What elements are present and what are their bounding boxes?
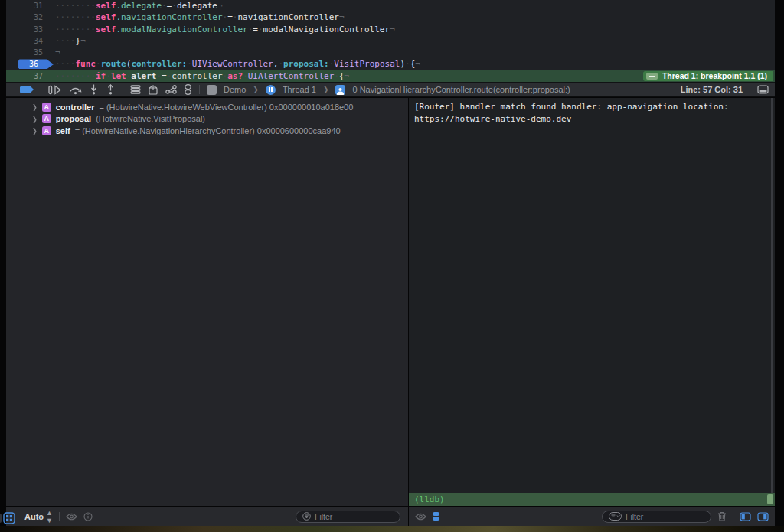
pause-continue-icon[interactable] [48,85,62,95]
disclosure-chevron-icon[interactable]: ❯ [32,126,38,135]
app-icon [207,85,217,95]
environment-overrides-icon[interactable] [165,85,177,94]
console-bottom-bar [409,507,775,526]
step-out-icon[interactable] [106,84,116,95]
variable-row[interactable]: ❯Aself= (HotwireNative.NavigationHierarc… [6,125,408,137]
code-lines: 31········self.delegate·=·delegate¬32···… [6,0,775,82]
console-line: [Router] handler match found handler: ap… [414,101,767,113]
apps-grid-icon[interactable] [3,512,15,524]
thread-breakpoint-badge[interactable]: Thread 1: breakpoint 1.1 (1) [643,71,773,81]
desktop-wallpaper-strip [0,526,784,532]
variables-filter-input[interactable] [315,512,384,521]
separator [750,85,750,94]
variable-name: controller [56,103,95,112]
separator [199,85,200,94]
memory-graph-icon[interactable] [148,85,158,95]
trash-icon[interactable] [717,511,727,521]
code-text[interactable]: ¬ [55,47,60,58]
console-output: [Router] handler match found handler: ap… [409,98,775,125]
variable-value: = (HotwireNative.HotwireWebViewControlle… [99,103,353,112]
code-line[interactable]: 35¬ [6,47,775,58]
variable-rows: ❯Acontroller= (HotwireNative.HotwireWebV… [6,101,408,137]
line-number-gutter[interactable]: 34 [6,35,46,47]
variable-row[interactable]: ❯Aproposal(HotwireNative.VisitProposal) [6,113,408,126]
line-number-gutter[interactable]: 37 [6,70,46,82]
chevron-right-icon: ❯ [253,86,259,93]
code-text[interactable]: ····}¬ [55,35,86,47]
disclosure-chevron-icon[interactable]: ❯ [32,115,38,123]
lldb-prompt-bar[interactable]: (lldb) [409,493,775,506]
variable-row[interactable]: ❯Acontroller= (HotwireNative.HotwireWebV… [6,101,408,113]
step-into-icon[interactable] [89,84,99,95]
code-line[interactable]: 32········self.navigationController·=·na… [6,11,775,23]
stack-frame-icon [335,85,345,95]
code-text[interactable]: ········self.navigationController·=·navi… [55,11,345,23]
step-over-icon[interactable] [69,85,82,95]
scope-popup[interactable]: Auto ▲▼ [24,509,53,524]
separator [733,512,733,521]
argument-badge: A [42,103,51,112]
code-text[interactable]: ········self.modalNavigationController·=… [55,24,395,35]
gauges-icon[interactable] [184,84,192,95]
console-scrollbar[interactable] [771,98,773,493]
hide-debug-area-icon[interactable] [757,85,769,94]
partial-icon [0,514,2,523]
scope-label: Auto [24,512,44,521]
line-number-gutter[interactable]: 32 [6,11,46,23]
separator [41,85,41,94]
chevron-right-icon: ❯ [323,86,329,93]
code-text[interactable]: ········if·let·alert·=·controller·as?·UI… [55,70,349,82]
console-filter-input[interactable] [626,512,694,521]
console-view[interactable]: [Router] handler match found handler: ap… [409,98,775,493]
code-line[interactable]: 33········self.modalNavigationController… [6,24,775,35]
thread-breakpoint-label: Thread 1: breakpoint 1.1 (1) [662,70,767,82]
quicklook-eye-icon[interactable] [66,513,77,521]
variable-value: (HotwireNative.VisitProposal) [96,114,205,123]
view-hierarchy-icon[interactable] [130,85,141,94]
separator [122,85,123,94]
code-line[interactable]: 36····func·route(controller:·UIViewContr… [6,58,775,70]
code-text[interactable]: ········self.delegate·=·delegate¬ [55,0,223,11]
thread-label[interactable]: Thread 1 [283,85,316,94]
code-line[interactable]: 37········if·let·alert·=·controller·as?·… [6,70,775,82]
argument-badge: A [42,114,51,123]
variables-bottom-bar: Auto ▲▼ [6,507,408,526]
quicklook-eye-icon[interactable] [415,513,426,521]
line-number-gutter[interactable]: 33 [6,24,46,35]
variable-name: proposal [56,114,91,123]
line-number-gutter[interactable]: 31 [6,0,46,11]
console-line: https://hotwire-native-demo.dev [414,113,767,126]
source-editor[interactable]: 31········self.delegate·=·delegate¬32···… [6,0,775,82]
breakpoint-badge[interactable]: 36 [18,59,54,69]
line-col-indicator: Line: 57 Col: 31 [681,85,743,94]
stack-frame-label[interactable]: 0 NavigationHierarchyController.route(co… [352,85,570,94]
filter-icon [302,512,311,521]
variables-view: ❯Acontroller= (HotwireNative.HotwireWebV… [6,98,408,506]
code-text[interactable]: ····func·route(controller:·UIViewControl… [55,58,420,70]
updown-chevrons-icon: ▲▼ [46,509,53,524]
filter-dropdown-icon [609,512,622,521]
debug-bar: Demo ❯ Thread 1 ❯ 0 NavigationHierarchyC… [6,82,775,97]
show-console-view-icon[interactable] [757,512,769,521]
lldb-scrollbar-thumb[interactable] [767,494,773,504]
separator [59,512,60,521]
line-number-gutter[interactable]: 35 [6,47,46,58]
variable-value: = (HotwireNative.NavigationHierarchyCont… [75,126,341,135]
variables-filter-field[interactable] [296,511,400,523]
thread-icon [266,85,276,95]
code-line[interactable]: 31········self.delegate·=·delegate¬ [6,0,775,11]
console-filter-field[interactable] [602,511,711,523]
process-label[interactable]: Demo [224,85,246,94]
argument-badge: A [42,126,51,135]
show-variables-view-icon[interactable] [740,512,751,521]
info-icon[interactable] [83,512,93,521]
code-line[interactable]: 34····}¬ [6,35,775,47]
lldb-prompt[interactable]: (lldb) [409,494,445,504]
line-number-gutter[interactable]: 36 [6,58,46,70]
console-output-icon[interactable] [433,512,439,521]
breakpoint-list-icon [646,73,658,80]
xcode-window: 31········self.delegate·=·delegate¬32···… [0,0,784,532]
disclosure-chevron-icon[interactable]: ❯ [32,103,38,111]
breakpoints-toggle-icon[interactable] [20,86,34,93]
variable-name: self [56,126,70,135]
